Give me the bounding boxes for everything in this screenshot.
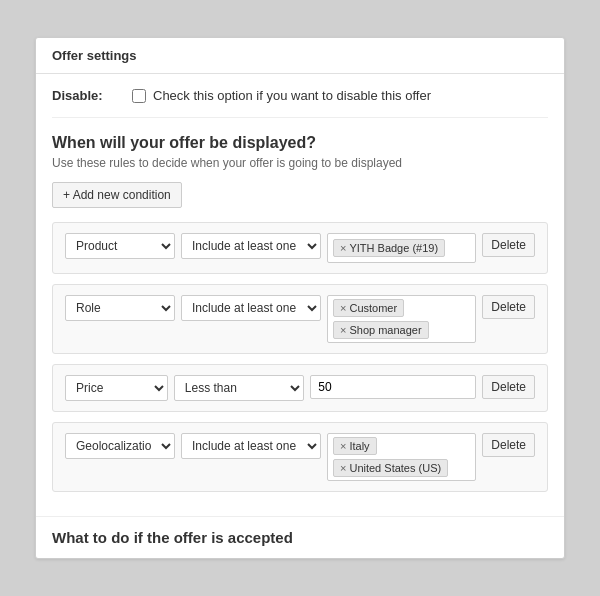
- condition-values: ×Italy×United States (US): [327, 433, 476, 481]
- tag: ×Shop manager: [333, 321, 429, 339]
- condition-row: RoleInclude at least one of×Customer×Sho…: [65, 295, 535, 343]
- footer-section: What to do if the offer is accepted: [36, 516, 564, 558]
- condition-values: ×Customer×Shop manager: [327, 295, 476, 343]
- tag: ×YITH Badge (#19): [333, 239, 445, 257]
- disable-checkbox-label: Check this option if you want to disable…: [153, 88, 431, 103]
- disable-check-wrapper: Check this option if you want to disable…: [132, 88, 431, 103]
- tag: ×Italy: [333, 437, 377, 455]
- tag-label: Italy: [349, 440, 369, 452]
- tag-x-icon[interactable]: ×: [340, 324, 346, 336]
- condition-type-select[interactable]: Price: [65, 375, 168, 401]
- delete-condition-button[interactable]: Delete: [482, 433, 535, 457]
- condition-row: PriceLess thanDelete: [65, 375, 535, 401]
- tag: ×United States (US): [333, 459, 448, 477]
- condition-operator-select[interactable]: Include at least one of: [181, 295, 321, 321]
- condition-block: GeolocalizationInclude at least one of×I…: [52, 422, 548, 492]
- panel-body: Disable: Check this option if you want t…: [36, 74, 564, 516]
- tag: ×Customer: [333, 299, 404, 317]
- when-subtitle: Use these rules to decide when your offe…: [52, 156, 548, 170]
- conditions-container: ProductInclude at least one of×YITH Badg…: [52, 222, 548, 492]
- condition-type-select[interactable]: Geolocalization: [65, 433, 175, 459]
- tag-x-icon[interactable]: ×: [340, 462, 346, 474]
- delete-condition-button[interactable]: Delete: [482, 295, 535, 319]
- tag-x-icon[interactable]: ×: [340, 440, 346, 452]
- footer-title: What to do if the offer is accepted: [52, 529, 293, 546]
- tag-label: YITH Badge (#19): [349, 242, 438, 254]
- disable-checkbox[interactable]: [132, 89, 146, 103]
- condition-values: ×YITH Badge (#19): [327, 233, 476, 263]
- disable-label: Disable:: [52, 88, 132, 103]
- condition-row: GeolocalizationInclude at least one of×I…: [65, 433, 535, 481]
- tag-x-icon[interactable]: ×: [340, 302, 346, 314]
- when-title: When will your offer be displayed?: [52, 134, 548, 152]
- tag-label: Customer: [349, 302, 397, 314]
- condition-block: RoleInclude at least one of×Customer×Sho…: [52, 284, 548, 354]
- tag-label: United States (US): [349, 462, 441, 474]
- condition-type-select[interactable]: Product: [65, 233, 175, 259]
- condition-value-input[interactable]: [310, 375, 476, 399]
- condition-block: PriceLess thanDelete: [52, 364, 548, 412]
- tag-x-icon[interactable]: ×: [340, 242, 346, 254]
- disable-row: Disable: Check this option if you want t…: [52, 88, 548, 118]
- offer-settings-panel: Offer settings Disable: Check this optio…: [35, 37, 565, 559]
- tag-label: Shop manager: [349, 324, 421, 336]
- delete-condition-button[interactable]: Delete: [482, 233, 535, 257]
- delete-condition-button[interactable]: Delete: [482, 375, 535, 399]
- condition-operator-select[interactable]: Include at least one of: [181, 433, 321, 459]
- condition-operator-select[interactable]: Include at least one of: [181, 233, 321, 259]
- condition-block: ProductInclude at least one of×YITH Badg…: [52, 222, 548, 274]
- add-condition-button[interactable]: + Add new condition: [52, 182, 182, 208]
- condition-operator-select[interactable]: Less than: [174, 375, 305, 401]
- panel-header: Offer settings: [36, 38, 564, 74]
- condition-type-select[interactable]: Role: [65, 295, 175, 321]
- condition-row: ProductInclude at least one of×YITH Badg…: [65, 233, 535, 263]
